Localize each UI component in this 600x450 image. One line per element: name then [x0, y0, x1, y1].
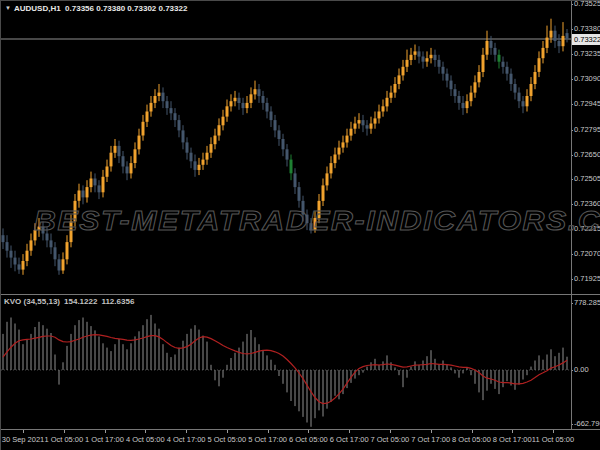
- price-axis-separator: [571, 1, 572, 429]
- time-tick: [186, 430, 187, 433]
- price-tick-label: 0.72795: [574, 126, 600, 134]
- panel-separator: [1, 294, 600, 295]
- time-tick-label: 4 Oct 05:00: [126, 435, 165, 444]
- indicator-name: KVO (34,55,13): [4, 297, 60, 306]
- time-tick: [145, 430, 146, 433]
- symbol-period-label: AUDUSD,H1: [14, 4, 61, 13]
- time-tick-label: 6 Oct 05:00: [289, 435, 328, 444]
- time-tick-label: 1 Oct 05:00: [44, 435, 83, 444]
- time-tick-label: 5 Oct 17:00: [248, 435, 287, 444]
- time-tick: [553, 430, 554, 433]
- time-tick-label: 7 Oct 17:00: [411, 435, 450, 444]
- time-tick: [268, 430, 269, 433]
- chart-title: ▼AUDUSD,H1 0.73356 0.73380 0.73302 0.733…: [5, 4, 187, 13]
- time-tick-label: 30 Sep 2021: [2, 435, 45, 444]
- price-tick-label: 0.72070: [574, 250, 600, 258]
- symbol-dropdown-icon[interactable]: ▼: [5, 5, 11, 11]
- kvo-tick-label: 0.00: [574, 366, 589, 374]
- time-tick: [105, 430, 106, 433]
- price-tick-label: 0.73380: [574, 25, 600, 33]
- time-axis[interactable]: 30 Sep 20211 Oct 05:001 Oct 17:004 Oct 0…: [1, 430, 600, 450]
- price-tick-label: 0.72650: [574, 151, 600, 159]
- price-tick-label: 0.73525: [574, 0, 600, 8]
- ohlc-values: 0.73356 0.73380 0.73302 0.73322: [65, 4, 187, 13]
- kvo-histogram: [3, 315, 567, 427]
- time-tick-label: 1 Oct 17:00: [85, 435, 124, 444]
- price-tick-label: 0.71925: [574, 275, 600, 283]
- price-tick-label: 0.72505: [574, 175, 600, 183]
- indicator-value-1: 154.1222: [64, 297, 97, 306]
- price-tick-label: 0.72945: [574, 100, 600, 108]
- kvo-tick-label: -662.7963: [574, 420, 600, 428]
- price-tick-label: 0.72360: [574, 200, 600, 208]
- kvo-indicator-plot[interactable]: [1, 295, 571, 428]
- time-tick-label: 8 Oct 05:00: [452, 435, 491, 444]
- price-tick-label: 0.73090: [574, 75, 600, 83]
- price-tick-label: 0.72215: [574, 225, 600, 233]
- mt4-chart-window: BEST-METATRADER-INDICATORS.COM ▼AUDUSD,H…: [0, 0, 600, 450]
- time-tick-label: 6 Oct 17:00: [330, 435, 369, 444]
- candles: [2, 19, 569, 275]
- current-price-label: 0.73322: [572, 34, 600, 45]
- time-tick-label: 7 Oct 05:00: [371, 435, 410, 444]
- indicator-label: KVO (34,55,13)154.1222112.6356: [4, 297, 138, 306]
- time-tick-label: 4 Oct 17:00: [167, 435, 206, 444]
- time-tick: [349, 430, 350, 433]
- kvo-axis[interactable]: 778.28540.00-662.7963: [572, 295, 600, 428]
- time-tick: [23, 430, 24, 433]
- price-plot[interactable]: [1, 1, 571, 294]
- time-tick: [512, 430, 513, 433]
- time-tick-label: 11 Oct 05:00: [532, 435, 574, 444]
- time-axis-separator: [1, 429, 600, 430]
- time-tick: [390, 430, 391, 433]
- time-tick: [472, 430, 473, 433]
- price-axis[interactable]: 0.735250.733800.732350.730900.729450.727…: [572, 1, 600, 294]
- time-tick-label: 5 Oct 05:00: [207, 435, 246, 444]
- kvo-signal-line: [3, 335, 567, 404]
- time-tick: [308, 430, 309, 433]
- time-tick-label: 8 Oct 17:00: [493, 435, 532, 444]
- time-tick: [64, 430, 65, 433]
- indicator-value-2: 112.6356: [101, 297, 134, 306]
- time-tick: [227, 430, 228, 433]
- kvo-tick-label: 778.2854: [574, 299, 600, 307]
- price-tick-label: 0.73235: [574, 50, 600, 58]
- time-tick: [431, 430, 432, 433]
